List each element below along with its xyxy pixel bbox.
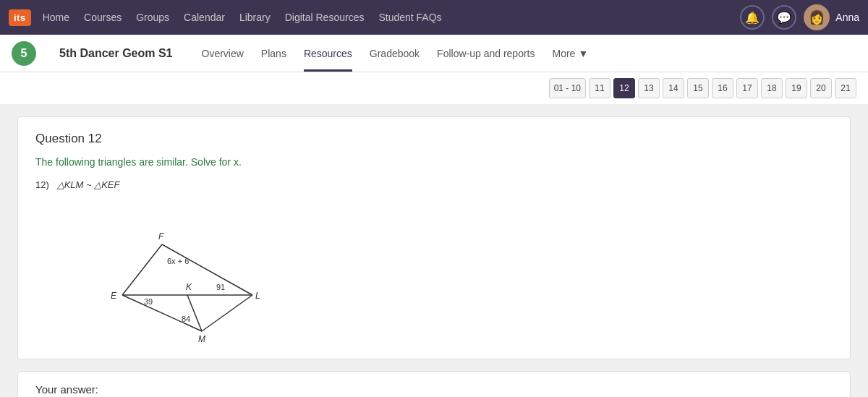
sub-nav-links: Overview Plans Resources Gradebook Follo… (202, 35, 589, 72)
page-btn-12[interactable]: 12 (613, 78, 635, 98)
answer-label: Your answer: (35, 383, 833, 396)
messages-button[interactable]: 💬 (772, 5, 796, 30)
nav-home[interactable]: Home (43, 12, 69, 23)
top-nav-links: Home Courses Groups Calendar Library Dig… (43, 12, 741, 23)
tab-resources[interactable]: Resources (304, 35, 352, 72)
page-btn-11[interactable]: 11 (589, 78, 610, 98)
top-nav-right: 🔔 💬 👩 Anna (740, 4, 859, 30)
question-label: 12) △KLM ~ △KEF (35, 179, 833, 190)
notifications-button[interactable]: 🔔 (740, 5, 765, 30)
tab-gradebook[interactable]: Gradebook (370, 35, 420, 72)
main-content: Question 12 The following triangles are … (0, 105, 868, 397)
label-E: E (111, 291, 117, 301)
tab-more[interactable]: More ▼ (553, 48, 589, 59)
nav-calendar[interactable]: Calendar (184, 12, 225, 23)
label-M: M (198, 334, 205, 342)
nav-groups[interactable]: Groups (136, 12, 169, 23)
user-name: Anna (835, 12, 859, 23)
label-K: K (186, 282, 192, 292)
nav-student-faqs[interactable]: Student FAQs (378, 12, 441, 23)
app-logo[interactable]: its (9, 9, 31, 26)
tab-plans[interactable]: Plans (261, 35, 286, 72)
page-btn-15[interactable]: 15 (687, 78, 709, 98)
content-area: 01 - 10 11 12 13 14 15 16 17 18 19 20 21… (0, 72, 868, 397)
page-btn-21[interactable]: 21 (835, 78, 856, 98)
question-card: Question 12 The following triangles are … (17, 116, 851, 359)
question-instruction: The following triangles are similar. Sol… (35, 156, 833, 168)
page-btn-17[interactable]: 17 (736, 78, 758, 98)
pagination-bar: 01 - 10 11 12 13 14 15 16 17 18 19 20 21 (0, 72, 868, 105)
question-title: Question 12 (35, 132, 833, 146)
course-logo: 5 (12, 41, 36, 66)
page-btn-19[interactable]: 19 (786, 78, 807, 98)
chevron-down-icon: ▼ (578, 48, 588, 59)
tab-overview[interactable]: Overview (202, 35, 244, 72)
page-btn-13[interactable]: 13 (638, 78, 660, 98)
page-btn-16[interactable]: 16 (712, 78, 733, 98)
answer-card: Your answer: (17, 371, 851, 397)
nav-digital-resources[interactable]: Digital Resources (285, 12, 365, 23)
measure-ek: 39 (144, 297, 153, 306)
sub-nav: 5 5th Dancer Geom S1 Overview Plans Reso… (0, 35, 868, 72)
nav-library[interactable]: Library (239, 12, 271, 23)
measure-fk: 6x + 6 (167, 257, 189, 265)
nav-courses[interactable]: Courses (84, 12, 122, 23)
tab-followup[interactable]: Follow-up and reports (437, 35, 535, 72)
svg-line-5 (202, 295, 252, 331)
svg-line-0 (122, 244, 162, 295)
measure-kl: 91 (216, 283, 225, 291)
avatar: 👩 (804, 4, 830, 30)
similarity-label: △KLM ~ △KEF (57, 179, 120, 190)
page-btn-18[interactable]: 18 (761, 78, 783, 98)
user-menu[interactable]: 👩 Anna (804, 4, 859, 30)
page-btn-14[interactable]: 14 (663, 78, 684, 98)
label-L: L (255, 291, 260, 301)
label-F: F (158, 231, 164, 242)
measure-km: 84 (182, 315, 190, 323)
course-title: 5th Dancer Geom S1 (59, 47, 173, 60)
svg-line-1 (162, 244, 252, 295)
triangle-svg: F E K L M 6x + 6 91 39 (50, 197, 267, 342)
page-btn-20[interactable]: 20 (810, 78, 832, 98)
triangle-diagram: F E K L M 6x + 6 91 39 (50, 197, 833, 344)
top-nav: its Home Courses Groups Calendar Library… (0, 0, 868, 35)
page-btn-range[interactable]: 01 - 10 (549, 78, 586, 98)
